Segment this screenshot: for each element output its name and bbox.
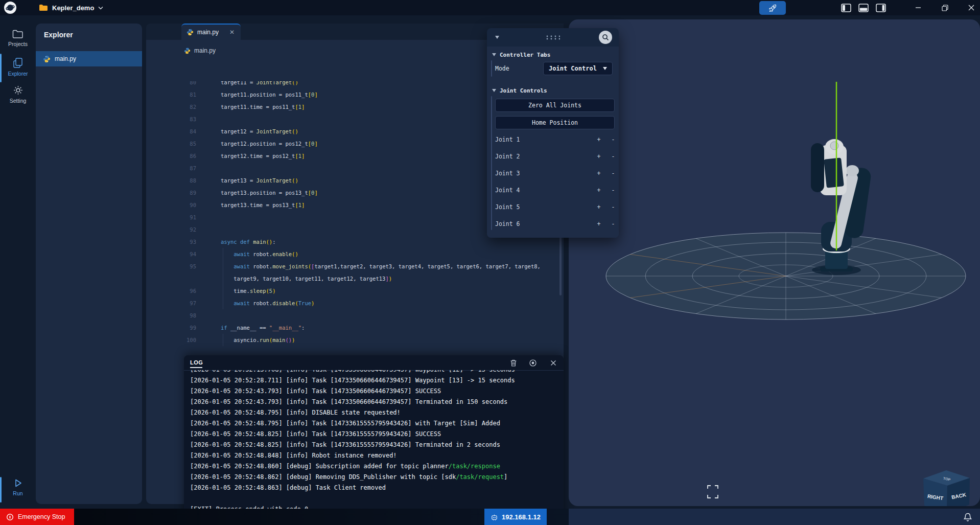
fullscreen-icon[interactable] [708, 486, 718, 498]
section-chevron-icon [492, 53, 496, 56]
indent-guide [223, 248, 223, 260]
chevron-down-icon [98, 6, 103, 10]
indent-guide [223, 334, 223, 346]
joint-label: Joint 2 [495, 153, 520, 160]
mode-row: Mode Joint Control [487, 62, 619, 75]
line-number: 82 [146, 101, 202, 113]
indent-guide [223, 297, 223, 309]
line-number: 96 [146, 285, 202, 297]
joint-plus-button[interactable]: + [594, 203, 603, 211]
log-output: [2026-01-05 20:52:13.708] [info] Task [1… [190, 370, 559, 518]
joint-minus-button[interactable]: - [609, 136, 618, 143]
joint-minus-button[interactable]: - [609, 153, 618, 160]
clear-log-trash-icon[interactable] [509, 359, 518, 367]
ground-grid [606, 233, 966, 319]
joint-minus-button[interactable]: - [609, 170, 618, 177]
joint-plus-button[interactable]: + [594, 187, 603, 194]
emergency-stop-button[interactable]: Emergency Stop [0, 509, 74, 525]
rocket-icon [768, 4, 777, 13]
joint-plus-button[interactable]: + [594, 170, 603, 177]
line-number: 86 [146, 150, 202, 162]
section-joint-controls[interactable]: Joint Controls [487, 86, 619, 95]
home-position-button[interactable]: Home Position [495, 116, 615, 129]
sidebar-item-projects[interactable]: Projects [0, 30, 36, 47]
line-number: 84 [146, 125, 202, 138]
run-label: Run [13, 490, 22, 496]
deploy-rocket-button[interactable] [759, 1, 786, 15]
tab-label: main.py [197, 29, 219, 36]
project-selector[interactable]: Kepler_demo [39, 0, 103, 15]
search-button[interactable] [599, 31, 612, 44]
joint-minus-button[interactable]: - [609, 187, 618, 194]
close-button[interactable] [966, 2, 977, 13]
sidebar-item-label: Explorer [8, 71, 28, 77]
view-cube[interactable]: TOP RIGHT BACK [923, 470, 970, 506]
joint-label: Joint 6 [495, 220, 520, 227]
toggle-left-panel-icon[interactable] [841, 4, 851, 12]
file-name: main.py [55, 55, 76, 62]
joint-label: Joint 1 [495, 136, 520, 143]
breadcrumb[interactable]: main.py [184, 47, 216, 54]
python-icon [43, 55, 51, 63]
tab-close-icon[interactable]: ✕ [228, 29, 236, 36]
restore-button[interactable] [939, 2, 950, 13]
gear-icon [13, 85, 24, 96]
tab-mainpy[interactable]: main.py ✕ [181, 24, 241, 40]
code-line[interactable]: 100 asyncio.run(main()) [146, 334, 564, 346]
sidebar-item-setting[interactable]: Setting [0, 85, 36, 104]
code-line[interactable]: 95 await robot.move_joints([target1,targ… [146, 260, 564, 272]
joint-plus-button[interactable]: + [594, 220, 603, 227]
code-line[interactable]: 94 await robot.enable() [146, 248, 564, 260]
line-number: 95 [146, 260, 202, 272]
code-line[interactable]: 98 [146, 309, 564, 322]
log-header: LOG [184, 355, 564, 371]
log-line: [2026-01-05 20:52:48.860] [debug] Subscr… [190, 461, 559, 472]
simulation-viewport[interactable]: TOP RIGHT BACK [569, 19, 980, 506]
mode-dropdown[interactable]: Joint Control [543, 62, 613, 75]
code-line[interactable]: 96 time.sleep(5) [146, 285, 564, 297]
close-log-icon[interactable] [549, 359, 557, 367]
robot-3d-scene: TOP RIGHT BACK [569, 19, 980, 506]
code-line[interactable]: 97 await robot.disable(True) [146, 297, 564, 309]
section-guide [491, 96, 492, 230]
line-number: 94 [146, 248, 202, 260]
explorer-files-icon [12, 57, 24, 69]
mode-label: Mode [495, 65, 509, 72]
emergency-stop-icon [6, 513, 14, 521]
joint-row: Joint 4+- [495, 187, 619, 197]
toggle-right-panel-icon[interactable] [876, 4, 886, 12]
activity-bar: Projects Explorer Setting Run [0, 15, 36, 509]
line-number: 83 [146, 113, 202, 125]
sidebar-item-explorer[interactable]: Explorer [0, 57, 36, 77]
code-text [202, 309, 564, 322]
line-number: 87 [146, 162, 202, 174]
code-line[interactable]: target9, target10, target11, target12, t… [146, 272, 564, 285]
minimize-button[interactable] [913, 2, 924, 13]
log-line: [2026-01-05 20:52:48.825] [info] Task [1… [190, 429, 559, 440]
run-button[interactable]: Run [0, 478, 36, 496]
file-item-mainpy[interactable]: main.py [36, 51, 142, 66]
indent-guide [223, 272, 223, 285]
toggle-bottom-panel-icon[interactable] [858, 4, 869, 12]
zero-all-joints-button[interactable]: Zero All Joints [495, 99, 615, 112]
joint-plus-button[interactable]: + [594, 153, 603, 160]
log-title: LOG [190, 359, 203, 366]
code-line[interactable]: 99if __name__ == "__main__": [146, 322, 564, 334]
line-number: 92 [146, 223, 202, 236]
log-line: [2026-01-05 20:52:48.863] [debug] Task C… [190, 483, 559, 493]
section-controller-tabs[interactable]: Controller Tabs [487, 51, 619, 59]
joint-minus-button[interactable]: - [609, 220, 618, 227]
notifications-bell-icon[interactable] [963, 512, 973, 522]
joint-label: Joint 5 [495, 203, 520, 211]
app-logo-icon[interactable] [4, 2, 16, 14]
section-chevron-icon [492, 89, 496, 92]
drag-handle-icon[interactable] [546, 35, 560, 40]
robot-ip-chip[interactable]: 192.168.1.12 [484, 509, 547, 525]
joint-plus-button[interactable]: + [594, 136, 603, 143]
line-number: 100 [146, 334, 202, 346]
joint-minus-button[interactable]: - [609, 203, 618, 211]
controller-panel: Controller Tabs Mode Joint Control Joint… [487, 28, 619, 238]
record-icon[interactable] [529, 359, 537, 367]
project-name: Kepler_demo [52, 4, 94, 12]
collapse-chevron-icon[interactable] [495, 36, 499, 39]
